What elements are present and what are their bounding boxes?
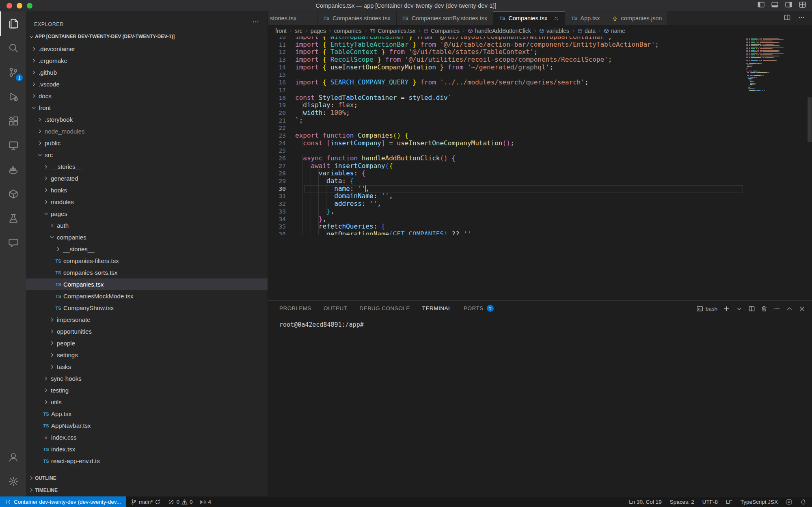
timeline-section-header[interactable]: TIMELINE [26, 484, 268, 496]
toggle-panel-button[interactable] [771, 1, 779, 10]
toggle-primary-sidebar-button[interactable] [757, 1, 765, 10]
code-line-31[interactable]: 31 domainName: '', [268, 192, 812, 200]
tab-companies-stories-tsx[interactable]: TSCompanies.stories.tsx [317, 11, 397, 25]
tab-stories-tsx[interactable]: stories.tsx [268, 11, 317, 25]
code-line-35[interactable]: 35 refetchQueries: [ [268, 223, 812, 231]
tree-item-testing[interactable]: testing [26, 384, 268, 396]
new-terminal-button[interactable] [723, 305, 730, 312]
tab-app-tsx[interactable]: TSApp.tsx [565, 11, 606, 25]
maximize-panel-button[interactable] [786, 305, 793, 312]
tab-companies-tsx[interactable]: TSCompanies.tsx [493, 11, 565, 25]
code-line-17[interactable]: 17 [268, 86, 812, 94]
tree-item-companyshow-tsx[interactable]: TSCompanyShow.tsx [26, 302, 268, 314]
breadcrumb-pages[interactable]: pages [311, 28, 326, 34]
code-line-22[interactable]: 22 [268, 124, 812, 132]
code-line-15[interactable]: 15 [268, 71, 812, 79]
tree-item-public[interactable]: public [26, 137, 268, 149]
terminal-profiles-dropdown-button[interactable] [736, 305, 743, 312]
tree-item-front[interactable]: front [26, 102, 268, 114]
breadcrumb-name[interactable]: name [604, 28, 625, 34]
status-indentation[interactable]: Spaces: 2 [670, 499, 694, 505]
tree-item-stories[interactable]: __stories__ [26, 243, 268, 255]
code-line-21[interactable]: 21`; [268, 117, 812, 125]
tree-item-sync-hooks[interactable]: sync-hooks [26, 373, 268, 384]
tree-item-companies-sorts-tsx[interactable]: TScompanies-sorts.tsx [26, 267, 268, 278]
code-line-16[interactable]: 16import { SEARCH_COMPANY_QUERY } from '… [268, 79, 812, 86]
zoom-window-button[interactable] [27, 3, 32, 9]
tree-item-node-modules[interactable]: node_modules [26, 125, 268, 137]
tree-item-github[interactable]: .github [26, 67, 268, 78]
tree-item-index-tsx[interactable]: TSindex.tsx [26, 443, 268, 455]
tree-item-generated[interactable]: generated [26, 173, 268, 184]
split-editor-button[interactable] [784, 14, 791, 23]
panel-tab-ports[interactable]: PORTS1 [464, 301, 494, 316]
status-eol[interactable]: LF [726, 499, 732, 505]
code-line-26[interactable]: 26 async function handleAddButtonClick()… [268, 155, 812, 162]
status-encoding[interactable]: UTF-8 [702, 499, 718, 505]
outline-section-header[interactable]: OUTLINE [26, 472, 268, 484]
tree-item-modules[interactable]: modules [26, 196, 268, 208]
tree-item-ergomake[interactable]: .ergomake [26, 55, 268, 67]
breadcrumb-handleaddbuttonclick[interactable]: handleAddButtonClick [468, 28, 531, 34]
tree-item-stories[interactable]: __stories__ [26, 161, 268, 173]
activitybar-remote-explorer[interactable] [0, 133, 26, 157]
explorer-more-actions-button[interactable] [252, 18, 259, 27]
activitybar-explorer[interactable] [0, 11, 26, 36]
tree-item-tasks[interactable]: tasks [26, 361, 268, 373]
tab-companies-sortby-stories-tsx[interactable]: TSCompanies.sortBy.stories.tsx [397, 11, 494, 25]
activitybar-source-control[interactable]: 1 [0, 60, 26, 84]
terminal-more-actions-button[interactable] [773, 305, 780, 312]
tree-item-companies-filters-tsx[interactable]: TScompanies-filters.tsx [26, 255, 268, 267]
tree-item-storybook[interactable]: .storybook [26, 114, 268, 125]
code-line-33[interactable]: 33 }, [268, 208, 812, 216]
code-editor[interactable]: 10import { WithTopBarContainer } from '@… [268, 37, 812, 300]
split-terminal-button[interactable] [748, 305, 755, 312]
code-line-30[interactable]: 30 name: '', [268, 185, 812, 193]
panel-tab-output[interactable]: OUTPUT [324, 301, 348, 316]
breadcrumb-companies[interactable]: Companies [423, 28, 460, 34]
kill-terminal-button[interactable] [761, 305, 768, 312]
tree-item-auth[interactable]: auth [26, 220, 268, 231]
code-line-20[interactable]: 20 width: 100%; [268, 109, 812, 117]
tree-item-app-tsx[interactable]: TSApp.tsx [26, 408, 268, 420]
status-cursor-position[interactable]: Ln 30, Col 19 [629, 499, 661, 505]
terminal-shell-selector[interactable]: bash [696, 305, 717, 312]
remote-indicator[interactable]: Container dev-twenty-dev (dev-twenty-dev… [0, 496, 126, 507]
status-formatter[interactable] [786, 499, 792, 505]
code-line-11[interactable]: 11import { EntityTableActionBar } from '… [268, 41, 812, 49]
tree-item-appnavbar-tsx[interactable]: TSAppNavbar.tsx [26, 420, 268, 431]
activitybar-extensions[interactable] [0, 109, 26, 133]
panel-tab-debug-console[interactable]: DEBUG CONSOLE [360, 301, 410, 316]
activitybar-run-and-debug[interactable] [0, 84, 26, 109]
breadcrumb-companies[interactable]: companies [334, 28, 362, 34]
tab-companies-json[interactable]: {}companies.json [606, 11, 668, 25]
more-editor-actions-button[interactable] [798, 14, 805, 23]
code-line-12[interactable]: 12import { TableContext } from '@/ui/tab… [268, 48, 812, 56]
tree-item-settings[interactable]: settings [26, 349, 268, 361]
tree-item-docs[interactable]: docs [26, 90, 268, 102]
code-line-36[interactable]: 36 getOperationName(GET_COMPANIES) ?? ''… [268, 231, 812, 235]
code-line-28[interactable]: 28 variables: { [268, 170, 812, 177]
breadcrumb-data[interactable]: data [577, 28, 596, 34]
status-notifications[interactable] [800, 499, 806, 505]
close-tab-icon[interactable] [553, 15, 559, 21]
code-line-18[interactable]: 18const StyledTableContainer = styled.di… [268, 94, 812, 102]
code-line-25[interactable]: 25 [268, 147, 812, 155]
tree-item-people[interactable]: people [26, 337, 268, 349]
tree-item-devcontainer[interactable]: .devcontainer [26, 43, 268, 55]
status-git-branch[interactable]: main* [131, 499, 161, 505]
tree-item-companies[interactable]: companies [26, 231, 268, 243]
toggle-secondary-sidebar-button[interactable] [785, 1, 793, 10]
code-line-32[interactable]: 32 address: '', [268, 200, 812, 208]
code-line-24[interactable]: 24 const [insertCompany] = useInsertOneC… [268, 140, 812, 147]
activitybar-chat[interactable] [0, 231, 26, 255]
activitybar-search[interactable] [0, 36, 26, 60]
breadcrumb-companies-tsx[interactable]: TSCompanies.tsx [370, 28, 416, 34]
close-window-button[interactable] [6, 3, 12, 9]
status-problems[interactable]: 00 [168, 499, 192, 505]
activitybar-docker[interactable] [0, 157, 26, 182]
activitybar-testing[interactable] [0, 206, 26, 231]
tree-item-utils[interactable]: utils [26, 396, 268, 408]
breadcrumb-front[interactable]: front [275, 28, 287, 34]
panel-tab-problems[interactable]: PROBLEMS [279, 301, 311, 316]
